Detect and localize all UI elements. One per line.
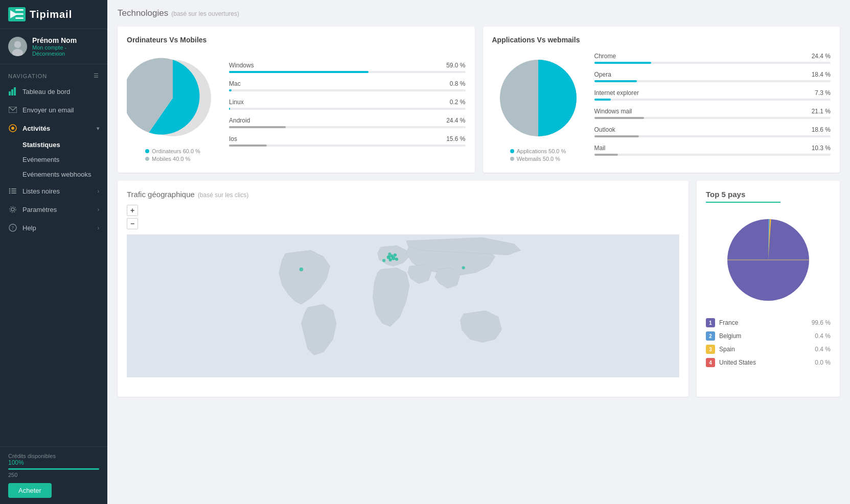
top5-country-spain: Spain — [719, 346, 811, 353]
credits-bar-fill — [8, 468, 99, 470]
sidebar-item-evenements[interactable]: Evénements — [0, 152, 107, 167]
sidebar-item-envoyer[interactable]: Envoyer un email — [0, 101, 107, 119]
credits-bar-bg — [8, 468, 99, 470]
sidebar-item-listes-noires[interactable]: Listes noires › — [0, 182, 107, 200]
rank-badge-4: 4 — [706, 358, 715, 367]
logo-icon — [8, 7, 26, 21]
computers-chart-area: Ordinateurs 60.0 % Mobiles 40.0 % Window… — [127, 52, 466, 163]
computers-vs-mobiles-card: Ordinateurs Vs Mobiles — [118, 27, 475, 173]
stat-label-winmail: Windows mail — [594, 108, 632, 115]
svg-point-6 — [14, 41, 21, 48]
svg-rect-10 — [14, 87, 16, 95]
top5-item-us: 4 United States 0.0 % — [706, 358, 831, 367]
parametres-chevron-icon: › — [98, 207, 99, 212]
map-controls: + − — [127, 205, 679, 229]
sidebar: Tipimail Prénom Nom Mon compte - Déconne… — [0, 0, 107, 504]
sidebar-item-evenements-hooks[interactable]: Evénements webhooks — [0, 167, 107, 182]
map-zoom-out-button[interactable]: − — [127, 218, 138, 229]
webmails-legend-label: Webmails 50.0 % — [517, 156, 560, 162]
svg-point-16 — [9, 190, 11, 192]
sidebar-label-evenements-hooks: Evénements webhooks — [22, 171, 91, 178]
stat-label-android: Android — [229, 117, 250, 124]
stat-value-mail: 10.3 % — [812, 145, 831, 152]
applications-legend-label: Applications 50.0 % — [517, 148, 566, 154]
sidebar-item-parametres[interactable]: Paramètres › — [0, 200, 107, 219]
buy-button[interactable]: Acheter — [8, 483, 52, 498]
sidebar-item-tableau[interactable]: Tableau de bord — [0, 82, 107, 101]
svg-point-33 — [388, 252, 391, 255]
user-section: Prénom Nom Mon compte - Déconnexion — [0, 29, 107, 64]
computers-pie-legend: Ordinateurs 60.0 % Mobiles 40.0 % — [145, 148, 200, 163]
rank-badge-1: 1 — [706, 318, 715, 327]
apps-pie — [492, 52, 584, 144]
stat-label-mail: Mail — [594, 145, 606, 152]
credits-section: Crédits disponibles 100% 250 Acheter — [0, 446, 107, 504]
svg-rect-4 — [15, 17, 24, 19]
stat-label-opera: Opera — [594, 71, 611, 78]
stat-value-winmail: 21.1 % — [812, 108, 831, 115]
stat-label-ios: Ios — [229, 135, 237, 142]
stat-chrome: Chrome 24.4 % — [594, 53, 831, 64]
stat-ie: Internet explorer 7.3 % — [594, 89, 831, 101]
stat-linux: Linux 0.2 % — [229, 99, 466, 110]
top5-pct-us: 0.0 % — [815, 359, 831, 366]
sidebar-label-tableau: Tableau de bord — [22, 88, 70, 95]
stat-outlook: Outlook 18.6 % — [594, 126, 831, 137]
sidebar-item-statistiques[interactable]: Statistiques — [0, 137, 107, 152]
top5-card: Top 5 pays — [697, 181, 840, 397]
stat-label-mac: Mac — [229, 80, 241, 87]
stat-mail: Mail 10.3 % — [594, 145, 831, 156]
top5-pct-spain: 0.4 % — [815, 346, 831, 353]
ordinateurs-dot — [145, 149, 149, 153]
stat-label-outlook: Outlook — [594, 126, 615, 133]
gear-icon — [8, 205, 17, 214]
svg-point-29 — [389, 258, 392, 261]
user-name: Prénom Nom — [32, 36, 99, 44]
svg-point-34 — [382, 259, 385, 262]
stat-ios: Ios 15.6 % — [229, 135, 466, 147]
sidebar-item-help[interactable]: ? Help › — [0, 219, 107, 237]
stat-value-windows: 59.0 % — [446, 62, 465, 69]
logo-text: Tipimail — [30, 9, 72, 20]
help-icon: ? — [8, 223, 17, 232]
svg-rect-17 — [11, 190, 16, 191]
stat-label-windows: Windows — [229, 62, 254, 69]
top5-pct-belgium: 0.4 % — [815, 332, 831, 340]
list-icon — [8, 186, 17, 196]
svg-point-36 — [462, 266, 465, 269]
svg-rect-15 — [11, 188, 16, 189]
sidebar-item-activites[interactable]: Activités ▾ — [0, 119, 107, 137]
listes-chevron-icon: › — [98, 188, 99, 194]
sidebar-label-envoyer: Envoyer un email — [22, 106, 74, 114]
applications-dot — [510, 149, 514, 153]
svg-rect-3 — [15, 13, 24, 15]
top5-divider — [706, 202, 780, 203]
geo-subtitle: (basé sur les clics) — [198, 191, 248, 199]
stat-value-android: 24.4 % — [446, 117, 465, 124]
stat-label-ie: Internet explorer — [594, 89, 639, 97]
computers-card-title: Ordinateurs Vs Mobiles — [127, 36, 466, 44]
navigation: Navigation ☰ Tableau de bord Envoyer un … — [0, 64, 107, 446]
svg-point-21 — [10, 206, 16, 212]
svg-point-13 — [11, 127, 14, 130]
mobiles-dot — [145, 157, 149, 161]
apps-card-title: Applications Vs webmails — [492, 36, 831, 44]
rank-badge-3: 3 — [706, 345, 715, 354]
chart-icon — [8, 87, 17, 96]
avatar — [8, 37, 27, 56]
stat-winmail: Windows mail 21.1 % — [594, 108, 831, 119]
stat-android: Android 24.4 % — [229, 117, 466, 128]
title-subtitle: (basé sur les ouvertures) — [171, 10, 239, 17]
map-zoom-in-button[interactable]: + — [127, 205, 138, 216]
help-chevron-icon: › — [98, 225, 99, 231]
activites-chevron-icon: ▾ — [97, 126, 99, 131]
apps-stats-list: Chrome 24.4 % Opera 18.4 % — [594, 53, 831, 163]
user-account-link[interactable]: Mon compte - Déconnexion — [32, 44, 99, 57]
top5-title: Top 5 pays — [706, 190, 831, 199]
top5-country-us: United States — [719, 359, 811, 366]
geo-title: Trafic géographique — [127, 190, 195, 199]
stat-label-linux: Linux — [229, 99, 244, 106]
nav-menu-icon[interactable]: ☰ — [94, 73, 99, 79]
stat-label-chrome: Chrome — [594, 53, 616, 60]
world-map — [127, 234, 679, 388]
